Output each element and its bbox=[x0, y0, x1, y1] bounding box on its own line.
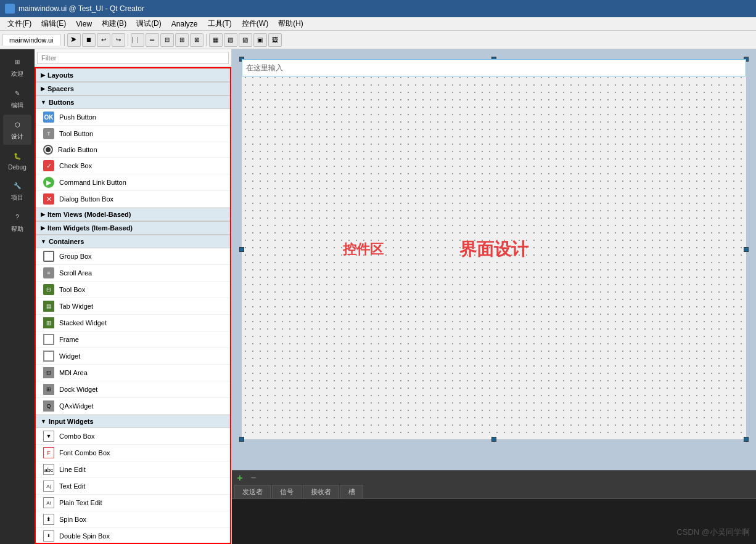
combo-box-label: Combo Box bbox=[59, 432, 94, 440]
widget-combo-box[interactable]: ▼ Combo Box bbox=[36, 428, 230, 445]
widget-icon bbox=[43, 351, 54, 362]
bottom-tab-sender[interactable]: 发送者 bbox=[234, 485, 271, 498]
radio-button-label: Radio Button bbox=[58, 146, 97, 153]
category-layouts[interactable]: ▶ Layouts bbox=[36, 68, 230, 82]
spin-box-label: Spin Box bbox=[59, 516, 86, 523]
menu-item-analyze[interactable]: Analyze bbox=[166, 18, 203, 30]
line-edit-label: Line Edit bbox=[59, 466, 86, 473]
sidebar-item-design[interactable]: ⬡ 设计 bbox=[3, 115, 31, 145]
widget-text-edit[interactable]: A| Text Edit bbox=[36, 478, 230, 495]
bottom-tabs: 发送者 信号 接收者 槽 bbox=[232, 485, 756, 499]
handle-ml[interactable] bbox=[239, 247, 244, 252]
widget-group-box[interactable]: Group Box bbox=[36, 248, 230, 265]
widget-command-link[interactable]: ▶ Command Link Button bbox=[36, 174, 230, 191]
menu-item-f[interactable]: 文件(F) bbox=[2, 17, 36, 30]
tb-btn-8[interactable]: ⊞ bbox=[175, 33, 189, 47]
widget-font-combo-box[interactable]: F Font Combo Box bbox=[36, 445, 230, 461]
widget-scroll-area[interactable]: ≡ Scroll Area bbox=[36, 265, 230, 282]
menu-item-e[interactable]: 编辑(E) bbox=[36, 17, 71, 30]
item-widgets-arrow: ▶ bbox=[41, 225, 45, 231]
menu-item-h[interactable]: 帮助(H) bbox=[273, 17, 308, 30]
widget-tab-widget[interactable]: ▤ Tab Widget bbox=[36, 298, 230, 315]
tb-btn-9[interactable]: ⊠ bbox=[190, 33, 203, 47]
category-containers[interactable]: ▼ Containers bbox=[36, 235, 230, 248]
widget-line-edit[interactable]: abc Line Edit bbox=[36, 461, 230, 478]
bottom-add-btn[interactable]: + bbox=[234, 473, 245, 484]
menu-item-w[interactable]: 控件(W) bbox=[237, 17, 273, 30]
tb-btn-10[interactable]: ▦ bbox=[209, 33, 223, 47]
category-spacers-label: Spacers bbox=[47, 85, 74, 92]
category-buttons[interactable]: ▼ Buttons bbox=[36, 95, 230, 109]
design-canvas[interactable]: 在这里输入 界面设计 控件区 bbox=[232, 49, 756, 470]
menu-item-view[interactable]: View bbox=[71, 18, 97, 30]
sidebar-label-debug: Debug bbox=[8, 164, 26, 171]
group-box-icon bbox=[43, 251, 54, 262]
tb-btn-7[interactable]: ⊟ bbox=[160, 33, 174, 47]
file-tab[interactable]: mainwindow.ui bbox=[2, 34, 60, 46]
tool-button-icon: T bbox=[43, 128, 54, 139]
widget-plain-text-edit[interactable]: AI Plain Text Edit bbox=[36, 495, 230, 511]
stacked-widget-icon: ▥ bbox=[43, 317, 54, 328]
dialog-button-label: Dialog Button Box bbox=[59, 195, 113, 203]
tb-btn-2[interactable]: ⏹ bbox=[82, 33, 96, 47]
widget-radio-button[interactable]: Radio Button bbox=[36, 142, 230, 158]
bottom-remove-btn[interactable]: − bbox=[248, 473, 259, 484]
menu-bar: 文件(F)编辑(E)View构建(B)调试(D)Analyze工具(T)控件(W… bbox=[0, 17, 756, 31]
watermark: CSDN @小吴同学啊 bbox=[676, 527, 750, 538]
menu-item-t[interactable]: 工具(T) bbox=[203, 17, 237, 30]
bottom-tab-receiver[interactable]: 接收者 bbox=[303, 485, 339, 498]
filter-input[interactable] bbox=[37, 52, 229, 64]
tab-widget-icon: ▤ bbox=[43, 301, 54, 312]
sidebar-item-welcome[interactable]: ⊞ 欢迎 bbox=[3, 52, 31, 82]
tb-btn-13[interactable]: ▣ bbox=[253, 33, 267, 47]
category-input-widgets[interactable]: ▼ Input Widgets bbox=[36, 415, 230, 428]
menu-item-d[interactable]: 调试(D) bbox=[131, 17, 166, 30]
tb-btn-3[interactable]: ↩ bbox=[97, 33, 110, 47]
frame-label: Frame bbox=[59, 336, 79, 343]
tb-btn-14[interactable]: 🖼 bbox=[268, 33, 282, 47]
canvas-text-input[interactable]: 在这里输入 bbox=[242, 59, 746, 76]
design-icon: ⬡ bbox=[11, 118, 23, 131]
sidebar-item-edit[interactable]: ✎ 编辑 bbox=[3, 83, 31, 113]
handle-mr[interactable] bbox=[744, 247, 749, 252]
combo-box-icon: ▼ bbox=[43, 431, 54, 442]
tb-btn-12[interactable]: ▨ bbox=[239, 33, 252, 47]
input-widgets-arrow: ▼ bbox=[41, 418, 46, 424]
tb-btn-4[interactable]: ↪ bbox=[112, 33, 125, 47]
check-box-label: Check Box bbox=[59, 162, 92, 169]
widget-mdi-area[interactable]: ⊟ MDI Area bbox=[36, 365, 230, 381]
widget-dock-widget[interactable]: ⊞ Dock Widget bbox=[36, 381, 230, 398]
handle-bl[interactable] bbox=[239, 437, 244, 442]
widget-widget[interactable]: Widget bbox=[36, 348, 230, 365]
category-spacers[interactable]: ▶ Spacers bbox=[36, 82, 230, 95]
widget-double-spin-box[interactable]: ⬍ Double Spin Box bbox=[36, 528, 230, 544]
widget-frame[interactable]: Frame bbox=[36, 331, 230, 348]
widget-dialog-button[interactable]: ✕ Dialog Button Box bbox=[36, 191, 230, 208]
widget-spin-box[interactable]: ⬍ Spin Box bbox=[36, 511, 230, 528]
tb-btn-11[interactable]: ▧ bbox=[224, 33, 237, 47]
widget-check-box[interactable]: ✓ Check Box bbox=[36, 158, 230, 174]
handle-br[interactable] bbox=[744, 437, 749, 442]
tb-btn-1[interactable]: ⮞ bbox=[67, 33, 81, 47]
menu-item-b[interactable]: 构建(B) bbox=[97, 17, 131, 30]
widget-qaxwidget[interactable]: Q QAxWidget bbox=[36, 398, 230, 415]
plain-text-edit-icon: AI bbox=[43, 497, 54, 508]
sidebar-item-debug[interactable]: 🐛 Debug bbox=[3, 146, 31, 174]
tb-btn-6[interactable]: ═ bbox=[146, 33, 159, 47]
category-item-widgets[interactable]: ▶ Item Widgets (Item-Based) bbox=[36, 221, 230, 235]
bottom-tab-slot[interactable]: 槽 bbox=[340, 485, 363, 498]
widget-tool-box[interactable]: ⊟ Tool Box bbox=[36, 282, 230, 298]
tb-btn-5[interactable]: ⎸⎸ bbox=[131, 33, 144, 47]
canvas-input-placeholder: 在这里输入 bbox=[246, 63, 283, 73]
toolbar-area: mainwindow.ui ⮞ ⏹ ↩ ↪ ⎸⎸ ═ ⊟ ⊞ ⊠ ▦ ▧ ▨ ▣… bbox=[0, 31, 756, 49]
widget-stacked-widget[interactable]: ▥ Stacked Widget bbox=[36, 315, 230, 331]
spacers-arrow: ▶ bbox=[41, 86, 45, 92]
handle-bm[interactable] bbox=[491, 437, 496, 442]
category-item-views[interactable]: ▶ Item Views (Model-Based) bbox=[36, 208, 230, 221]
widget-push-button[interactable]: OK Push Button bbox=[36, 109, 230, 126]
widget-list: ▶ Layouts ▶ Spacers ▼ Buttons OK Push Bu… bbox=[35, 67, 231, 544]
sidebar-item-project[interactable]: 🔧 项目 bbox=[3, 176, 31, 206]
bottom-tab-signal[interactable]: 信号 bbox=[272, 485, 302, 498]
sidebar-item-help[interactable]: ? 帮助 bbox=[3, 207, 31, 237]
widget-tool-button[interactable]: T Tool Button bbox=[36, 126, 230, 142]
